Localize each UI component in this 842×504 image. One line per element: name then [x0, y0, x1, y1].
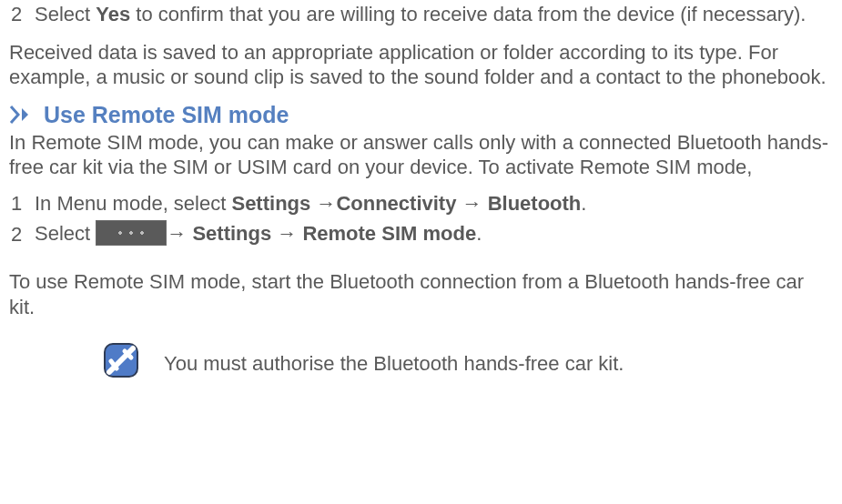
step-A-body: In Menu mode, select Settings →Connectiv… — [35, 191, 835, 217]
step-B-b2: Remote SIM mode — [302, 222, 476, 245]
chevron-icon — [9, 104, 36, 126]
step-B-arrow2: → — [271, 222, 302, 245]
received-data-paragraph: Received data is saved to an appropriate… — [7, 40, 835, 90]
step-B-body: Select → Settings → Remote SIM mode. — [35, 221, 835, 247]
tail-paragraph: To use Remote SIM mode, start the Blueto… — [7, 269, 835, 319]
step-2-post: to confirm that you are willing to recei… — [130, 3, 806, 25]
section-heading-row: Use Remote SIM mode — [7, 101, 835, 129]
note-text: You must authorise the Bluetooth hands-f… — [164, 351, 624, 377]
step-A-dot: . — [581, 192, 586, 215]
more-icon — [96, 220, 167, 246]
step-A-number: 1 — [11, 191, 35, 217]
step-A-b3: Bluetooth — [488, 192, 582, 215]
note-row: You must authorise the Bluetooth hands-f… — [7, 343, 835, 384]
step-A-pre: In Menu mode, select — [35, 192, 231, 215]
step-B-b1: Settings — [192, 222, 271, 245]
step-2-number: 2 — [11, 2, 35, 27]
step-A-arrow1: → — [310, 192, 336, 215]
step-B-arrow1: → — [167, 222, 192, 245]
step-2-bold: Yes — [96, 3, 130, 25]
step-B-pre: Select — [35, 222, 96, 245]
step-B-dot: . — [476, 222, 482, 245]
section-heading: Use Remote SIM mode — [44, 101, 289, 129]
note-icon — [104, 343, 138, 384]
step-A: 1 In Menu mode, select Settings →Connect… — [7, 191, 835, 217]
step-2: 2 Select Yes to confirm that you are wil… — [7, 2, 835, 27]
step-A-arrow2: → — [456, 192, 487, 215]
step-B-number: 2 — [11, 222, 35, 247]
step-A-b2: Connectivity — [336, 192, 456, 215]
step-2-pre: Select — [35, 3, 96, 25]
heading-description: In Remote SIM mode, you can make or answ… — [7, 130, 835, 180]
step-A-b1: Settings — [231, 192, 310, 215]
step-B: 2 Select → Settings → Remote SIM mode. — [7, 221, 835, 247]
step-2-body: Select Yes to confirm that you are willi… — [35, 2, 835, 27]
